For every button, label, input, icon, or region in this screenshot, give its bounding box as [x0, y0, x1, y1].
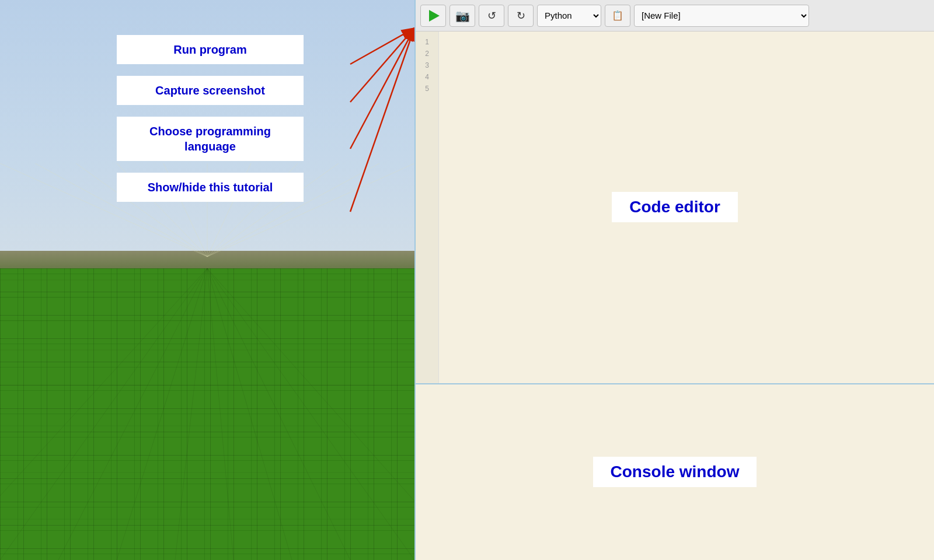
toggle-tutorial-button[interactable]: 📋 [605, 5, 630, 27]
redo-icon: ↻ [517, 9, 525, 22]
language-selector[interactable]: Python JavaScript Lua [537, 5, 601, 27]
line-num-1: 1 [425, 36, 429, 48]
line-num-3: 3 [425, 60, 429, 71]
run-program-label: Run program [117, 35, 304, 64]
choose-language-label: Choose programminglanguage [117, 117, 304, 161]
tutorial-icon: 📋 [612, 10, 623, 21]
console-window[interactable]: Console window [416, 384, 934, 560]
undo-icon: ↺ [487, 9, 496, 22]
toolbar: 📷 ↺ ↻ Python JavaScript Lua 📋 [New File] [416, 0, 934, 32]
line-num-4: 4 [425, 71, 429, 83]
redo-button[interactable]: ↻ [508, 5, 534, 27]
run-button[interactable] [420, 5, 446, 27]
tutorial-labels-container: Run program Capture screenshot Choose pr… [117, 35, 304, 202]
show-hide-tutorial-label: Show/hide this tutorial [117, 173, 304, 202]
game-world-panel: Run program Capture screenshot Choose pr… [0, 0, 414, 560]
line-num-5: 5 [425, 83, 429, 94]
file-selector[interactable]: [New File] [634, 5, 809, 27]
ground-area [0, 268, 414, 560]
console-window-label: Console window [593, 457, 757, 487]
capture-screenshot-button[interactable]: 📷 [449, 5, 475, 27]
line-num-2: 2 [425, 48, 429, 60]
capture-screenshot-label: Capture screenshot [117, 76, 304, 105]
play-icon [429, 10, 440, 22]
code-editor[interactable]: 1 2 3 4 5 Code editor [416, 32, 934, 384]
ide-panel: 📷 ↺ ↻ Python JavaScript Lua 📋 [New File]… [414, 0, 934, 560]
code-editor-label: Code editor [612, 192, 738, 222]
line-numbers: 1 2 3 4 5 [416, 32, 439, 383]
horizon-line [0, 251, 414, 268]
undo-button[interactable]: ↺ [479, 5, 504, 27]
camera-icon: 📷 [455, 9, 470, 23]
